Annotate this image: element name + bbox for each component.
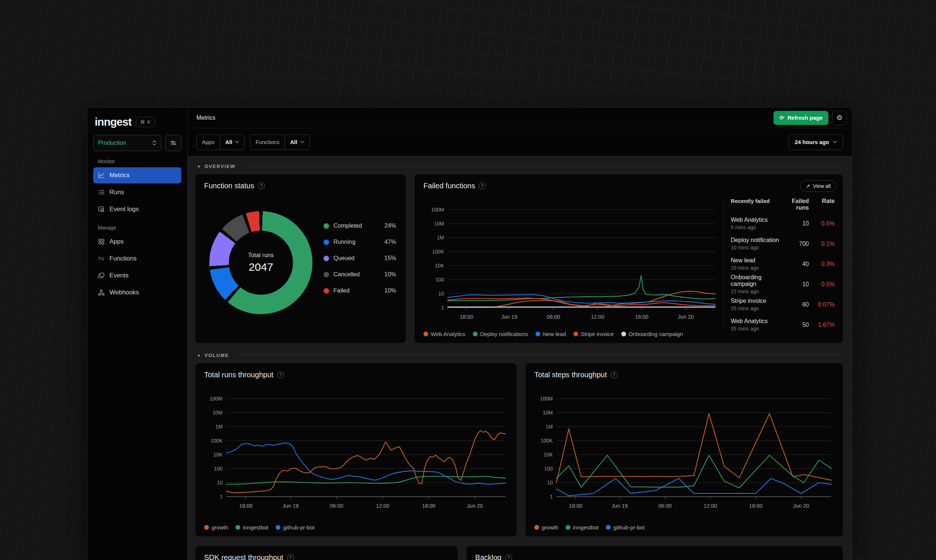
svg-text:100: 100 [436,277,445,283]
svg-text:10M: 10M [543,410,553,415]
view-all-button[interactable]: ↗ View all [800,180,836,192]
sidebar-item-webhooks[interactable]: Webhooks [93,285,181,301]
svg-text:18:00: 18:00 [460,314,473,320]
command-k-shortcut[interactable]: ⌘ K [136,117,155,127]
svg-text:06:00: 06:00 [659,503,672,509]
failed-function-time: 25 mins ago [731,305,785,311]
svg-text:10M: 10M [434,221,444,226]
time-range-select[interactable]: 24 hours ago [788,134,843,150]
legend-dot [606,525,611,530]
functions-filter-label: Functions [250,135,285,149]
refresh-page-label: Refresh page [788,115,822,121]
legend-percent: 15% [384,255,396,262]
volume-section-header[interactable]: ▼ VOLUME [197,352,843,358]
view-all-label: View all [813,183,831,189]
help-icon[interactable]: ? [287,554,294,560]
overview-section-header[interactable]: ▼ OVERVIEW [197,163,843,169]
chart-legend-item: github-pr-bot [276,524,314,531]
failed-function-row[interactable]: New lead 20 mins ago 40 0.3% [731,254,834,274]
help-icon[interactable]: ? [611,371,617,378]
chevron-down-icon [833,141,837,143]
svg-text:100M: 100M [210,396,223,402]
failed-function-row[interactable]: Onboarding campaign 22 mins ago 10 0.5% [731,274,834,294]
failed-function-time: 5 mins ago [731,225,785,230]
failed-runs-value: 40 [785,261,809,268]
failed-function-row[interactable]: Web Analytics 35 mins ago 50 1.67% [731,315,834,335]
status-legend-item: Queued 15% [323,250,396,266]
failed-runs-value: 700 [785,241,809,247]
chart-legend-item: growth [204,524,228,531]
svg-text:18:00: 18:00 [422,503,435,509]
total-steps-linechart: 100M10M1M100K10K10010118:00Jun 1906:0012… [531,392,836,514]
legend-percent: 24% [384,223,396,229]
environment-select[interactable]: Production [93,135,162,151]
failed-function-row[interactable]: Deploy notification 10 mins ago 700 0.1% [731,234,834,254]
sidebar-item-label: Runs [109,189,124,196]
apps-filter[interactable]: Apps All [196,134,245,150]
chart-legend-item: Stripe invoice [573,331,614,337]
help-icon[interactable]: ? [479,182,486,189]
chevron-down-icon [235,141,239,143]
content-area: ▼ OVERVIEW Function status ? Total runs [188,156,852,560]
svg-text:10K: 10K [213,452,223,458]
svg-text:100K: 100K [211,438,223,443]
failed-rate-value: 0.07% [809,302,834,308]
svg-text:10K: 10K [543,452,553,458]
sidebar-item-label: Webhooks [109,289,139,296]
failed-function-name: Stripe invoice [731,298,785,304]
failed-function-name: Onboarding campaign [731,274,785,288]
failed-function-name: Deploy notification [731,237,785,243]
legend-label: growth [211,524,228,531]
sidebar-item-apps[interactable]: Apps [93,234,181,250]
svg-text:10: 10 [217,480,223,486]
legend-label: Failed [334,288,380,294]
chart-legend-item: Onboarding campaign [621,331,683,337]
col-recently-failed: Recently failed [731,198,785,211]
arrow-up-right-icon: ↗ [805,183,810,189]
failed-function-row[interactable]: Web Analytics 5 mins ago 10 0.5% [731,213,834,234]
failed-runs-value: 10 [785,220,809,227]
failed-functions-chart: 100M10M1M100K10K10010118:00Jun 1906:0012… [420,203,720,326]
collapse-triangle-icon: ▼ [197,164,201,169]
refresh-page-button[interactable]: ⟳ Refresh page [773,111,828,125]
failed-functions-title: Failed functions [423,182,475,190]
environment-value: Production [98,140,126,146]
help-icon[interactable]: ? [505,554,512,560]
svg-text:18:00: 18:00 [569,503,582,509]
volume-section-label: VOLUME [205,352,229,358]
legend-dot [204,525,209,530]
failed-runs-value: 50 [785,322,809,328]
failed-function-time: 10 mins ago [731,245,785,251]
legend-dot [473,332,477,336]
total-steps-title: Total steps throughput [534,371,607,379]
help-icon[interactable]: ? [258,182,265,189]
event-logs-icon [98,206,105,213]
failed-function-name: Web Analytics [731,217,785,223]
legend-dot [323,240,329,245]
sidebar-section-label: Monitor [98,158,181,164]
legend-label: github-pr-bot [283,524,314,531]
legend-dot [323,272,329,277]
help-icon[interactable]: ? [277,371,284,378]
settings-button[interactable]: ⚙ [832,111,847,125]
gear-icon: ⚙ [836,114,842,122]
sidebar-item-runs[interactable]: Runs [93,184,181,200]
failed-function-row[interactable]: Stripe invoice 25 mins ago 60 0.07% [731,294,834,315]
failed-rate-value: 0.5% [809,281,834,288]
sidebar-item-events[interactable]: Events [93,268,181,284]
sidebar-item-functions[interactable]: Functions [93,251,181,267]
chart-legend-item: github-pr-bot [606,524,645,531]
environment-filter-button[interactable] [165,135,181,151]
legend-dot [276,525,280,530]
donut-center-value: 2047 [249,261,273,273]
svg-text:100: 100 [544,466,553,472]
sidebar-item-metrics[interactable]: Metrics [93,167,181,183]
svg-text:1: 1 [550,494,553,500]
status-legend-item: Running 47% [323,234,396,250]
functions-icon [98,255,105,262]
overview-section-label: OVERVIEW [205,163,236,169]
sidebar-item-event-logs[interactable]: Event logs [93,201,181,217]
svg-text:12:00: 12:00 [591,314,604,320]
functions-filter[interactable]: Functions All [250,134,309,150]
collapse-triangle-icon: ▼ [197,353,201,358]
